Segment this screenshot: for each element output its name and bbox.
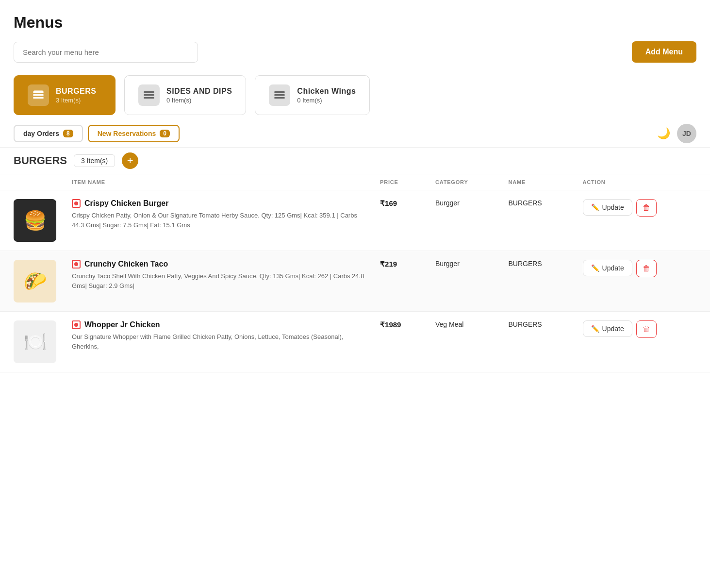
update-button-2[interactable]: ✏️ Update: [583, 260, 632, 276]
item-name-1: Crispy Chicken Burger: [84, 199, 168, 208]
category-card-chicken-wings[interactable]: Chicken Wings 0 Item(s): [255, 75, 370, 115]
item-name-2: Crunchy Chicken Taco: [84, 260, 168, 269]
item-menu-3: BURGERS: [500, 312, 575, 372]
action-col-2: ✏️ Update 🗑: [583, 260, 702, 277]
veg-icon-1: [72, 199, 81, 208]
table-row: 🍔 Crispy Chicken Burger Crispy Chicken P…: [0, 190, 710, 251]
edit-icon-1: ✏️: [591, 203, 599, 211]
new-reservations-badge: 0: [160, 130, 170, 137]
add-menu-button[interactable]: Add Menu: [632, 41, 696, 63]
svg-rect-1: [33, 94, 44, 96]
col-name: NAME: [500, 174, 575, 190]
edit-icon-2: ✏️: [591, 264, 599, 272]
col-price: PRICE: [372, 174, 428, 190]
item-menu-2: BURGERS: [500, 251, 575, 312]
svg-rect-6: [144, 97, 154, 99]
svg-rect-4: [144, 91, 154, 93]
menu-header-row: BURGERS 3 Item(s) +: [0, 148, 710, 174]
dark-mode-icon[interactable]: 🌙: [657, 127, 670, 140]
update-button-3[interactable]: ✏️ Update: [583, 320, 632, 337]
svg-rect-5: [144, 94, 154, 96]
table-row: 🌮 Crunchy Chicken Taco Crunchy Taco Shel…: [0, 251, 710, 312]
col-action: ACTION: [575, 174, 710, 190]
category-icon-wings: [269, 84, 290, 106]
item-desc-1: Crispy Chicken Patty, Onion & Our Signat…: [72, 211, 364, 230]
item-image-3: 🍽️: [14, 320, 56, 363]
active-menu-count: 3 Item(s): [74, 154, 115, 167]
update-button-1[interactable]: ✏️ Update: [583, 199, 632, 216]
active-menu-title: BURGERS: [14, 154, 67, 167]
svg-rect-0: [33, 91, 44, 93]
burgers-category-info: BURGERS 3 Item(s): [56, 87, 97, 104]
wings-name: Chicken Wings: [297, 87, 356, 96]
svg-rect-8: [274, 94, 285, 96]
item-category-2: Burgger: [428, 251, 500, 312]
today-orders-label: day Orders: [23, 130, 59, 137]
nav-right: 🌙 JD: [657, 124, 696, 143]
item-category-1: Burgger: [428, 190, 500, 251]
svg-rect-7: [274, 91, 285, 93]
table-row: 🍽️ Whopper Jr Chicken Our Signature Whop…: [0, 312, 710, 372]
today-orders-pill[interactable]: day Orders 8: [14, 125, 83, 142]
category-row: BURGERS 3 Item(s) SIDES AND DIPS 0 Item(…: [0, 70, 710, 115]
burgers-name: BURGERS: [56, 87, 97, 96]
menu-table: ITEM NAME PRICE CATEGORY NAME ACTION 🍔 C…: [0, 174, 710, 372]
burgers-count: 3 Item(s): [56, 97, 97, 104]
item-menu-1: BURGERS: [500, 190, 575, 251]
col-item-name: ITEM NAME: [64, 174, 372, 190]
delete-button-3[interactable]: 🗑: [636, 320, 657, 338]
sides-count: 0 Item(s): [166, 97, 232, 104]
bottom-nav: day Orders 8 New Reservations 0 🌙 JD: [0, 120, 710, 148]
action-col-3: ✏️ Update 🗑: [583, 320, 702, 338]
item-price-1: ₹169: [372, 190, 428, 251]
col-image: [0, 174, 64, 190]
svg-rect-3: [34, 90, 43, 91]
edit-icon-3: ✏️: [591, 325, 599, 333]
item-name-3: Whopper Jr Chicken: [84, 320, 160, 329]
category-card-burgers[interactable]: BURGERS 3 Item(s): [14, 75, 116, 115]
wings-count: 0 Item(s): [297, 97, 356, 104]
item-price-2: ₹219: [372, 251, 428, 312]
svg-rect-9: [274, 97, 285, 99]
action-col-1: ✏️ Update 🗑: [583, 199, 702, 217]
item-category-3: Veg Meal: [428, 312, 500, 372]
avatar[interactable]: JD: [677, 124, 696, 143]
category-icon-burgers: [28, 84, 49, 106]
category-icon-sides: [138, 84, 160, 106]
veg-icon-3: [72, 320, 81, 329]
item-desc-2: Crunchy Taco Shell With Chicken Patty, V…: [72, 271, 364, 290]
item-image-1: 🍔: [14, 199, 56, 242]
today-orders-badge: 8: [63, 130, 73, 137]
page-title: Menus: [14, 14, 696, 32]
item-price-3: ₹1989: [372, 312, 428, 372]
delete-button-1[interactable]: 🗑: [636, 199, 657, 217]
sides-name: SIDES AND DIPS: [166, 87, 232, 96]
add-item-button[interactable]: +: [122, 152, 138, 169]
svg-rect-2: [33, 97, 44, 99]
sides-category-info: SIDES AND DIPS 0 Item(s): [166, 87, 232, 104]
veg-icon-2: [72, 260, 81, 269]
wings-category-info: Chicken Wings 0 Item(s): [297, 87, 356, 104]
item-desc-3: Our Signature Whopper with Flame Grilled…: [72, 332, 364, 351]
new-reservations-pill[interactable]: New Reservations 0: [88, 125, 180, 142]
new-reservations-label: New Reservations: [98, 130, 156, 137]
category-card-sides-and-dips[interactable]: SIDES AND DIPS 0 Item(s): [124, 75, 246, 115]
delete-button-2[interactable]: 🗑: [636, 260, 657, 277]
search-input[interactable]: [14, 42, 198, 63]
col-category: CATEGORY: [428, 174, 500, 190]
item-image-2: 🌮: [14, 260, 56, 302]
